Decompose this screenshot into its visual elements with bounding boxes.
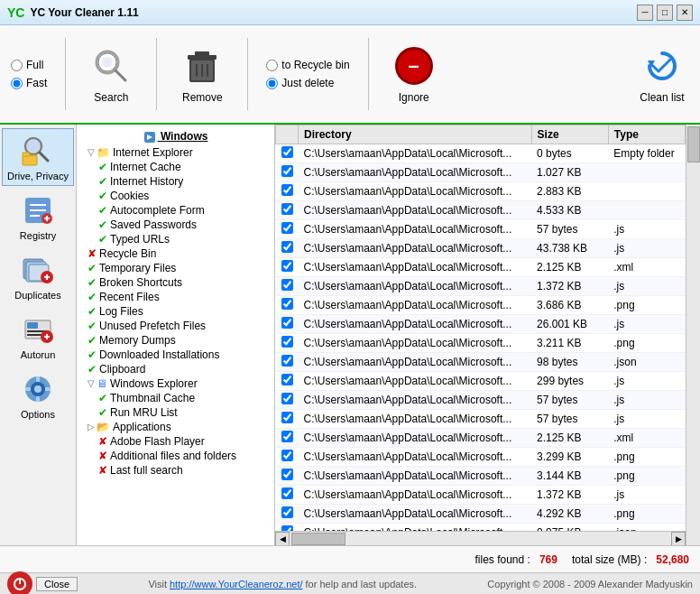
row-directory: C:\Users\amaan\AppData\Local\Microsoft..… — [299, 467, 532, 486]
col-directory[interactable]: Directory — [299, 125, 532, 144]
recycle-bin-option[interactable]: to Recycle bin — [266, 59, 349, 71]
search-button[interactable]: Search — [84, 44, 138, 104]
row-checkbox[interactable] — [281, 165, 293, 177]
row-checkbox[interactable] — [281, 146, 293, 158]
row-checkbox[interactable] — [281, 336, 293, 348]
tree-item-internet-cache[interactable]: ✔ Internet Cache — [77, 160, 274, 174]
ignore-button[interactable]: – Ignore — [387, 44, 441, 104]
table-row: C:\Users\amaan\AppData\Local\Microsoft..… — [276, 239, 686, 258]
collapse-ie-icon[interactable]: ▽ — [88, 147, 95, 157]
clean-list-button[interactable]: Clean list — [635, 44, 689, 104]
row-checkbox-cell — [276, 277, 299, 296]
sidebar-item-autorun[interactable]: Autorun — [2, 307, 74, 365]
sidebar-item-registry[interactable]: Registry — [2, 188, 74, 246]
check-log-files: ✔ — [88, 305, 97, 318]
autorun-icon — [20, 311, 56, 348]
toolbar: Full Fast Search — [0, 25, 700, 125]
horizontal-scrollbar[interactable]: ◀ ▶ — [275, 531, 686, 545]
sidebar-item-duplicates[interactable]: Duplicates — [2, 247, 74, 305]
tree-item-clipboard[interactable]: ✔ Clipboard — [77, 362, 274, 376]
tree-item-temporary-files[interactable]: ✔ Temporary Files — [77, 261, 274, 275]
tree-item-broken-shortcuts[interactable]: ✔ Broken Shortcuts — [77, 275, 274, 290]
total-size-label: total size (MB) : 52,680 — [572, 553, 689, 566]
expand-apps-icon[interactable]: ▷ — [88, 422, 95, 432]
scroll-right-button[interactable]: ▶ — [671, 532, 686, 546]
col-size[interactable]: Size — [531, 125, 608, 144]
vertical-scroll-thumb[interactable] — [687, 126, 700, 162]
site-url[interactable]: http://www.YourCleaneroz.net/ — [170, 579, 303, 589]
row-checkbox[interactable] — [281, 260, 293, 272]
horizontal-scroll-track[interactable] — [290, 532, 671, 545]
tree-item-unused-prefetch[interactable]: ✔ Unused Prefetch Files — [77, 319, 274, 333]
check-autocomplete: ✔ — [98, 204, 107, 217]
horizontal-scroll-thumb[interactable] — [291, 533, 345, 545]
sidebar-item-options[interactable]: Options — [2, 367, 74, 424]
tree-item-internet-history[interactable]: ✔ Internet History — [77, 174, 274, 189]
row-checkbox[interactable] — [281, 355, 293, 367]
svg-rect-44 — [45, 387, 51, 391]
col-checkbox[interactable] — [276, 125, 299, 144]
scan-mode-full[interactable]: Full — [11, 59, 47, 71]
row-type: .js — [608, 410, 685, 429]
row-checkbox[interactable] — [281, 203, 293, 215]
toolbar-sep-4 — [368, 38, 369, 110]
row-checkbox[interactable] — [281, 374, 293, 385]
tree-item-saved-passwords[interactable]: ✔ Saved Passwords — [77, 218, 274, 232]
tree-item-thumbnail-cache[interactable]: ✔ Thumbnail Cache — [77, 391, 274, 405]
clean-list-label: Clean list — [640, 91, 684, 104]
row-checkbox[interactable] — [281, 184, 293, 196]
row-size: 57 bytes — [531, 220, 608, 239]
tree-item-log-files[interactable]: ✔ Log Files — [77, 304, 274, 319]
tree-item-recycle-bin[interactable]: ✘ Recycle Bin — [77, 246, 274, 261]
check-cookies: ✔ — [98, 190, 107, 202]
row-checkbox[interactable] — [281, 469, 293, 480]
row-checkbox[interactable] — [281, 487, 293, 499]
scroll-left-button[interactable]: ◀ — [275, 532, 290, 546]
tree-item-adobe-flash[interactable]: ✘ Adobe Flash Player — [77, 434, 274, 449]
maximize-button[interactable]: □ — [657, 5, 673, 21]
row-checkbox[interactable] — [281, 279, 293, 291]
col-type[interactable]: Type — [608, 125, 685, 144]
row-checkbox[interactable] — [281, 393, 293, 404]
tree-item-recent-files[interactable]: ✔ Recent Files — [77, 290, 274, 304]
tree-item-typed-urls[interactable]: ✔ Typed URLs — [77, 232, 274, 246]
row-directory: C:\Users\amaan\AppData\Local\Microsoft..… — [299, 182, 532, 201]
row-directory: C:\Users\amaan\AppData\Local\Microsoft..… — [299, 429, 532, 448]
close-window-button[interactable]: ✕ — [677, 5, 693, 21]
row-checkbox[interactable] — [281, 298, 293, 310]
tree-item-run-mru-list[interactable]: ✔ Run MRU List — [77, 405, 274, 420]
tree-item-autocomplete[interactable]: ✔ Autocomplete Form — [77, 203, 274, 218]
tree-item-internet-explorer[interactable]: ▽ 📁 Internet Explorer — [77, 145, 274, 160]
tree-item-memory-dumps[interactable]: ✔ Memory Dumps — [77, 333, 274, 348]
memory-dumps-label: Memory Dumps — [99, 334, 176, 347]
row-type: .js — [608, 220, 685, 239]
collapse-we-icon[interactable]: ▽ — [88, 378, 95, 388]
row-size: 43.738 KB — [531, 239, 608, 258]
row-size: 4.292 KB — [531, 505, 608, 524]
minimize-button[interactable]: ─ — [637, 5, 653, 21]
tree-item-downloaded-installs[interactable]: ✔ Downloaded Installations — [77, 348, 274, 362]
row-checkbox[interactable] — [281, 241, 293, 253]
tree-item-additional-files[interactable]: ✘ Additional files and folders — [77, 449, 274, 463]
sidebar-autorun-label: Autorun — [21, 349, 56, 360]
row-checkbox[interactable] — [281, 506, 293, 518]
tree-item-last-full-search[interactable]: ✘ Last full search — [77, 463, 274, 478]
row-checkbox[interactable] — [281, 412, 293, 423]
row-checkbox[interactable] — [281, 450, 293, 461]
row-checkbox[interactable] — [281, 317, 293, 329]
scan-mode-fast[interactable]: Fast — [11, 77, 47, 89]
file-table[interactable]: Directory Size Type C:\Users\amaan\AppDa… — [275, 125, 686, 531]
vertical-scrollbar[interactable] — [686, 125, 700, 545]
sidebar-item-drive-privacy[interactable]: Drive, Privacy — [2, 128, 74, 186]
just-delete-option[interactable]: Just delete — [266, 77, 349, 89]
row-checkbox[interactable] — [281, 222, 293, 234]
tree-item-windows-explorer[interactable]: ▽ 🖥 Windows Explorer — [77, 376, 274, 391]
remove-button[interactable]: Remove — [175, 44, 229, 104]
close-button[interactable]: Close — [36, 577, 78, 591]
row-checkbox[interactable] — [281, 431, 293, 442]
tree-item-cookies[interactable]: ✔ Cookies — [77, 189, 274, 203]
row-directory: C:\Users\amaan\AppData\Local\Microsoft..… — [299, 486, 532, 505]
power-icon — [7, 571, 32, 595]
tree-item-applications[interactable]: ▷ 📂 Applications — [77, 420, 274, 434]
row-checkbox-cell — [276, 391, 299, 410]
